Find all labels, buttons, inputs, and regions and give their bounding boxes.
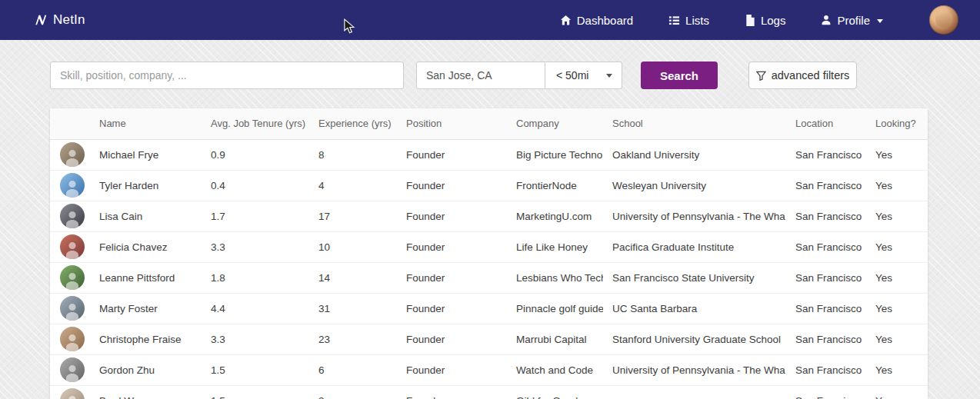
avatar xyxy=(60,142,85,167)
cell-company: Pinnacle golf guide xyxy=(507,293,603,324)
cell-experience: 4 xyxy=(309,170,397,201)
cell-company: Life Like Honey xyxy=(507,231,603,262)
location-input[interactable] xyxy=(416,62,545,89)
avatar xyxy=(60,234,85,259)
page: NetIn Dashboard Lists Logs xyxy=(0,0,980,399)
cell-looking: Yes xyxy=(866,262,928,293)
cell-looking: Yes xyxy=(866,354,928,385)
keyword-input[interactable] xyxy=(50,62,404,89)
person-silhouette-icon xyxy=(62,208,82,228)
avatar xyxy=(60,388,85,399)
table-row[interactable]: Tyler Harden 0.4 4 Founder FrontierNode … xyxy=(50,170,928,201)
cell-location: San Francisco xyxy=(786,231,866,262)
table-row[interactable]: Leanne Pittsford 1.8 14 Founder Lesbians… xyxy=(50,262,928,293)
cell-company: Big Picture Techno xyxy=(507,139,603,170)
cell-experience: 10 xyxy=(309,231,397,262)
cell-tenure: 3.3 xyxy=(202,324,309,354)
cell-avatar xyxy=(50,385,90,399)
user-icon xyxy=(821,15,832,25)
file-icon xyxy=(745,15,755,26)
results-table: NameAvg. Job Tenure (yrs)Experience (yrs… xyxy=(50,108,928,399)
table-row[interactable]: Gordon Zhu 1.5 6 Founder Watch and Code … xyxy=(50,354,928,385)
radius-select[interactable]: < 50mi xyxy=(545,62,622,89)
cell-company: Marrubi Capital xyxy=(507,324,603,354)
column-header: Name xyxy=(90,108,202,139)
avatar xyxy=(60,357,85,382)
cell-avatar xyxy=(50,262,90,293)
top-navbar: NetIn Dashboard Lists Logs xyxy=(0,0,980,40)
cell-experience: 23 xyxy=(309,324,397,354)
column-header: Location xyxy=(786,108,866,139)
cell-school: University of Pennsylvania - The Wha xyxy=(603,201,786,231)
nav-profile[interactable]: Profile xyxy=(821,14,883,27)
column-header: Avg. Job Tenure (yrs) xyxy=(202,108,309,139)
cell-tenure: 3.3 xyxy=(202,231,309,262)
cell-position: Founder xyxy=(397,354,507,385)
cell-looking: Yes xyxy=(866,324,928,354)
cell-tenure: 1.5 xyxy=(202,385,309,399)
nav-dashboard[interactable]: Dashboard xyxy=(560,14,633,27)
brand[interactable]: NetIn xyxy=(34,12,85,28)
cell-company: Gild for Good xyxy=(507,385,603,399)
cell-position: Founder xyxy=(397,201,507,231)
cell-school: Stanford University Graduate School xyxy=(603,324,786,354)
cell-tenure: 1.5 xyxy=(202,354,309,385)
cell-school xyxy=(603,385,786,399)
table-row[interactable]: Brad Warga 1.5 3 Founder Gild for Good S… xyxy=(50,385,928,399)
cell-school: Pacifica Graduate Institute xyxy=(603,231,786,262)
cell-looking: Yes xyxy=(866,293,928,324)
person-silhouette-icon xyxy=(62,239,82,259)
caret-down-icon xyxy=(877,19,883,23)
table-row[interactable]: Michael Frye 0.9 8 Founder Big Picture T… xyxy=(50,139,928,170)
cell-position: Founder xyxy=(397,139,507,170)
cell-school: UC Santa Barbara xyxy=(603,293,786,324)
table-body: Michael Frye 0.9 8 Founder Big Picture T… xyxy=(50,139,928,399)
cell-looking: Yes xyxy=(866,139,928,170)
table-row[interactable]: Christophe Fraise 3.3 23 Founder Marrubi… xyxy=(50,324,928,354)
person-silhouette-icon xyxy=(62,362,82,382)
avatar xyxy=(60,204,85,228)
nav-lists[interactable]: Lists xyxy=(668,14,709,27)
person-silhouette-icon xyxy=(62,147,82,167)
cell-experience: 31 xyxy=(309,293,397,324)
nav-label: Profile xyxy=(837,14,870,27)
netin-logo-icon xyxy=(34,13,48,27)
caret-down-icon xyxy=(606,74,612,78)
cell-name: Marty Foster xyxy=(90,293,202,324)
cell-tenure: 0.9 xyxy=(202,139,309,170)
cell-tenure: 1.7 xyxy=(202,201,309,231)
table-row[interactable]: Lisa Cain 1.7 17 Founder MarketingU.com … xyxy=(50,201,928,231)
cell-location: San Francisco xyxy=(786,139,866,170)
results-table-card: NameAvg. Job Tenure (yrs)Experience (yrs… xyxy=(50,108,928,399)
location-group: < 50mi xyxy=(416,62,622,89)
cell-name: Gordon Zhu xyxy=(90,354,202,385)
cell-looking: Yes xyxy=(866,170,928,201)
person-silhouette-icon xyxy=(62,178,82,198)
column-header: School xyxy=(603,108,786,139)
cell-name: Tyler Harden xyxy=(90,170,202,201)
cell-experience: 8 xyxy=(309,139,397,170)
cell-experience: 14 xyxy=(309,262,397,293)
cell-experience: 3 xyxy=(309,385,397,399)
profile-avatar[interactable] xyxy=(929,5,958,35)
cell-position: Founder xyxy=(397,262,507,293)
table-header-row: NameAvg. Job Tenure (yrs)Experience (yrs… xyxy=(50,108,928,139)
nav-items: Dashboard Lists Logs Profile xyxy=(560,5,958,35)
person-silhouette-icon xyxy=(62,393,82,399)
cell-location: San Francisco xyxy=(786,170,866,201)
table-row[interactable]: Felicia Chavez 3.3 10 Founder Life Like … xyxy=(50,231,928,262)
cell-position: Founder xyxy=(397,385,507,399)
table-row[interactable]: Marty Foster 4.4 31 Founder Pinnacle gol… xyxy=(50,293,928,324)
cell-looking: Yes xyxy=(866,201,928,231)
cell-company: Lesbians Who Tech xyxy=(507,262,603,293)
cell-position: Founder xyxy=(397,324,507,354)
avatar xyxy=(60,173,85,198)
cell-school: University of Pennsylvania - The Wha xyxy=(603,354,786,385)
column-header: Company xyxy=(507,108,603,139)
search-button[interactable]: Search xyxy=(641,62,718,89)
advanced-filters-button[interactable]: advanced filters xyxy=(748,62,857,89)
advanced-filters-label: advanced filters xyxy=(772,69,850,81)
cell-location: San Francisco xyxy=(786,293,866,324)
nav-label: Logs xyxy=(761,14,786,27)
nav-logs[interactable]: Logs xyxy=(745,14,786,27)
